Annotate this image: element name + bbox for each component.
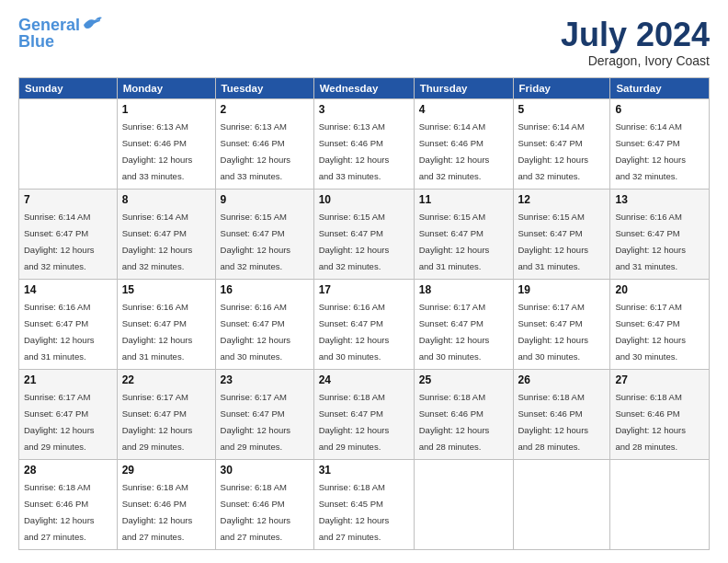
day-info: Sunrise: 6:18 AMSunset: 6:46 PMDaylight:… [122,482,193,542]
day-info: Sunrise: 6:18 AMSunset: 6:45 PMDaylight:… [319,482,390,542]
day-cell: 31 Sunrise: 6:18 AMSunset: 6:45 PMDaylig… [313,459,414,549]
day-cell: 27 Sunrise: 6:18 AMSunset: 6:46 PMDaylig… [610,369,710,459]
day-number: 9 [221,193,309,206]
calendar-header: Sunday Monday Tuesday Wednesday Thursday… [19,77,710,98]
day-number: 12 [518,193,606,206]
calendar: Sunday Monday Tuesday Wednesday Thursday… [18,77,710,550]
day-number: 1 [122,103,210,116]
day-info: Sunrise: 6:15 AMSunset: 6:47 PMDaylight:… [319,212,390,271]
day-info: Sunrise: 6:14 AMSunset: 6:47 PMDaylight:… [122,212,193,271]
header-friday: Friday [513,77,610,98]
header-monday: Monday [117,77,215,98]
day-cell: 6 Sunrise: 6:14 AMSunset: 6:47 PMDayligh… [610,98,710,189]
title-block: July 2024 Deragon, Ivory Coast [561,17,710,68]
day-info: Sunrise: 6:14 AMSunset: 6:46 PMDaylight:… [419,121,490,181]
day-cell: 7 Sunrise: 6:14 AMSunset: 6:47 PMDayligh… [19,189,118,279]
header-thursday: Thursday [414,77,513,98]
header: General Blue July 2024 Deragon, Ivory Co… [18,17,710,68]
header-saturday: Saturday [610,77,710,98]
day-cell: 25 Sunrise: 6:18 AMSunset: 6:46 PMDaylig… [414,369,513,459]
day-cell [19,98,118,189]
week-row-4: 28 Sunrise: 6:18 AMSunset: 6:46 PMDaylig… [19,459,710,549]
day-info: Sunrise: 6:17 AMSunset: 6:47 PMDaylight:… [518,302,589,362]
day-cell: 30 Sunrise: 6:18 AMSunset: 6:46 PMDaylig… [215,459,313,549]
day-cell: 28 Sunrise: 6:18 AMSunset: 6:46 PMDaylig… [19,459,118,549]
day-number: 10 [319,193,409,206]
day-info: Sunrise: 6:17 AMSunset: 6:47 PMDaylight:… [419,302,490,362]
day-number: 24 [319,373,409,386]
day-number: 28 [24,464,112,477]
day-info: Sunrise: 6:14 AMSunset: 6:47 PMDaylight:… [518,121,589,181]
day-info: Sunrise: 6:16 AMSunset: 6:47 PMDaylight:… [24,302,95,362]
day-info: Sunrise: 6:15 AMSunset: 6:47 PMDaylight:… [518,212,589,271]
week-row-2: 14 Sunrise: 6:16 AMSunset: 6:47 PMDaylig… [19,279,710,369]
day-cell: 2 Sunrise: 6:13 AMSunset: 6:46 PMDayligh… [215,98,313,189]
day-number: 6 [615,103,704,116]
day-cell [513,459,610,549]
header-wednesday: Wednesday [313,77,414,98]
day-info: Sunrise: 6:16 AMSunset: 6:47 PMDaylight:… [319,302,390,362]
day-info: Sunrise: 6:13 AMSunset: 6:46 PMDaylight:… [221,121,291,181]
day-info: Sunrise: 6:18 AMSunset: 6:47 PMDaylight:… [319,392,390,452]
location: Deragon, Ivory Coast [561,53,710,68]
header-sunday: Sunday [19,77,118,98]
day-cell [610,459,710,549]
day-cell: 24 Sunrise: 6:18 AMSunset: 6:47 PMDaylig… [313,369,414,459]
logo-bird-icon [82,16,102,32]
day-cell: 18 Sunrise: 6:17 AMSunset: 6:47 PMDaylig… [414,279,513,369]
day-number: 15 [122,283,210,296]
day-info: Sunrise: 6:18 AMSunset: 6:46 PMDaylight:… [419,392,490,452]
day-number: 26 [518,373,606,386]
month-title: July 2024 [561,17,710,53]
day-info: Sunrise: 6:16 AMSunset: 6:47 PMDaylight:… [615,212,686,271]
day-number: 14 [24,283,112,296]
day-info: Sunrise: 6:17 AMSunset: 6:47 PMDaylight:… [221,392,291,452]
day-number: 31 [319,464,409,477]
day-cell: 26 Sunrise: 6:18 AMSunset: 6:46 PMDaylig… [513,369,610,459]
day-cell: 22 Sunrise: 6:17 AMSunset: 6:47 PMDaylig… [117,369,215,459]
day-cell: 3 Sunrise: 6:13 AMSunset: 6:46 PMDayligh… [313,98,414,189]
day-cell [414,459,513,549]
day-cell: 29 Sunrise: 6:18 AMSunset: 6:46 PMDaylig… [117,459,215,549]
day-cell: 9 Sunrise: 6:15 AMSunset: 6:47 PMDayligh… [215,189,313,279]
calendar-table: Sunday Monday Tuesday Wednesday Thursday… [18,77,710,550]
logo: General Blue [18,17,102,52]
day-info: Sunrise: 6:18 AMSunset: 6:46 PMDaylight:… [221,482,291,542]
day-cell: 13 Sunrise: 6:16 AMSunset: 6:47 PMDaylig… [610,189,710,279]
day-cell: 14 Sunrise: 6:16 AMSunset: 6:47 PMDaylig… [19,279,118,369]
day-cell: 16 Sunrise: 6:16 AMSunset: 6:47 PMDaylig… [215,279,313,369]
day-number: 25 [419,373,508,386]
day-number: 19 [518,283,606,296]
day-cell: 10 Sunrise: 6:15 AMSunset: 6:47 PMDaylig… [313,189,414,279]
day-number: 5 [518,103,606,116]
day-number: 11 [419,193,508,206]
day-cell: 20 Sunrise: 6:17 AMSunset: 6:47 PMDaylig… [610,279,710,369]
day-cell: 15 Sunrise: 6:16 AMSunset: 6:47 PMDaylig… [117,279,215,369]
day-cell: 5 Sunrise: 6:14 AMSunset: 6:47 PMDayligh… [513,98,610,189]
day-number: 22 [122,373,210,386]
day-number: 18 [419,283,508,296]
week-row-1: 7 Sunrise: 6:14 AMSunset: 6:47 PMDayligh… [19,189,710,279]
day-cell: 1 Sunrise: 6:13 AMSunset: 6:46 PMDayligh… [117,98,215,189]
calendar-body: 1 Sunrise: 6:13 AMSunset: 6:46 PMDayligh… [19,98,710,549]
day-info: Sunrise: 6:16 AMSunset: 6:47 PMDaylight:… [122,302,193,362]
day-cell: 8 Sunrise: 6:14 AMSunset: 6:47 PMDayligh… [117,189,215,279]
week-row-0: 1 Sunrise: 6:13 AMSunset: 6:46 PMDayligh… [19,98,710,189]
day-number: 23 [221,373,309,386]
logo-blue: Blue [18,33,54,52]
day-number: 4 [419,103,508,116]
day-cell: 23 Sunrise: 6:17 AMSunset: 6:47 PMDaylig… [215,369,313,459]
day-info: Sunrise: 6:17 AMSunset: 6:47 PMDaylight:… [615,302,686,362]
day-number: 7 [24,193,112,206]
day-info: Sunrise: 6:18 AMSunset: 6:46 PMDaylight:… [518,392,589,452]
day-number: 20 [615,283,704,296]
day-number: 2 [221,103,309,116]
day-info: Sunrise: 6:18 AMSunset: 6:46 PMDaylight:… [24,482,95,542]
day-number: 27 [615,373,704,386]
header-tuesday: Tuesday [215,77,313,98]
day-number: 17 [319,283,409,296]
day-number: 16 [221,283,309,296]
day-number: 8 [122,193,210,206]
day-cell: 12 Sunrise: 6:15 AMSunset: 6:47 PMDaylig… [513,189,610,279]
day-cell: 11 Sunrise: 6:15 AMSunset: 6:47 PMDaylig… [414,189,513,279]
